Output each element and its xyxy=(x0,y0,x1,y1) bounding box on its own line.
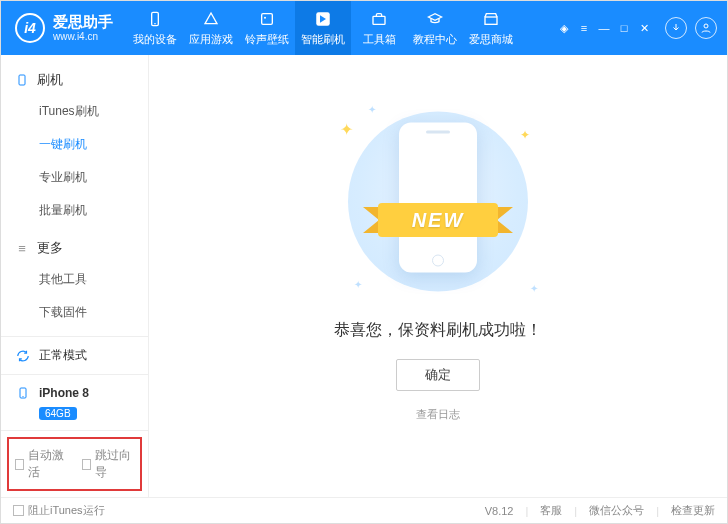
tab-label: 我的设备 xyxy=(133,32,177,47)
skin-icon[interactable]: ◈ xyxy=(557,21,571,35)
checkbox-label: 阻止iTunes运行 xyxy=(28,503,105,518)
user-icon[interactable] xyxy=(695,17,717,39)
toolbox-icon xyxy=(369,10,389,28)
checkbox-icon xyxy=(82,459,91,470)
sidebar-item-download-firmware[interactable]: 下载固件 xyxy=(1,296,148,329)
brand: i4 爱思助手 www.i4.cn xyxy=(1,13,127,43)
tab-label: 智能刷机 xyxy=(301,32,345,47)
store-icon xyxy=(481,10,501,28)
storage-badge: 64GB xyxy=(39,407,77,420)
sidebar-item-advanced[interactable]: 高级功能 xyxy=(1,329,148,336)
maximize-button[interactable]: □ xyxy=(617,21,631,35)
check-update-link[interactable]: 检查更新 xyxy=(671,503,715,518)
view-log-link[interactable]: 查看日志 xyxy=(416,407,460,422)
window-controls: ◈ ≡ ― □ ✕ xyxy=(557,21,651,35)
download-icon[interactable] xyxy=(665,17,687,39)
sparkle-icon: ✦ xyxy=(520,128,530,142)
sidebar-item-batch-flash[interactable]: 批量刷机 xyxy=(1,194,148,227)
close-button[interactable]: ✕ xyxy=(637,21,651,35)
svg-rect-6 xyxy=(485,17,497,24)
device-icon xyxy=(15,385,31,401)
sparkle-icon: ✦ xyxy=(340,120,353,139)
minimize-button[interactable]: ― xyxy=(597,21,611,35)
brand-name: 爱思助手 xyxy=(53,14,113,31)
ribbon-text: NEW xyxy=(412,209,465,232)
tab-label: 工具箱 xyxy=(363,32,396,47)
tutorial-icon xyxy=(425,10,445,28)
checkbox-label: 跳过向导 xyxy=(95,447,134,481)
svg-rect-2 xyxy=(262,13,273,24)
tab-store[interactable]: 爱思商城 xyxy=(463,1,519,55)
status-bar: 阻止iTunes运行 V8.12 | 客服 | 微信公众号 | 检查更新 xyxy=(1,497,727,523)
sidebar-group-title: 刷机 xyxy=(37,71,63,89)
skip-guide-checkbox[interactable]: 跳过向导 xyxy=(82,447,135,481)
top-tabs: 我的设备 应用游戏 铃声壁纸 智能刷机 工具箱 教程中心 爱思商城 xyxy=(127,1,519,55)
sidebar-item-oneclick-flash[interactable]: 一键刷机 xyxy=(1,128,148,161)
device-row[interactable]: iPhone 8 64GB xyxy=(1,375,148,431)
tab-flash[interactable]: 智能刷机 xyxy=(295,1,351,55)
tab-label: 爱思商城 xyxy=(469,32,513,47)
refresh-icon xyxy=(15,349,31,363)
version-label: V8.12 xyxy=(485,505,514,517)
flash-icon xyxy=(313,10,333,28)
success-message: 恭喜您，保资料刷机成功啦！ xyxy=(334,320,542,341)
sidebar-group-title: 更多 xyxy=(37,239,63,257)
svg-point-3 xyxy=(264,16,266,18)
success-illustration: ✦ ✦ ✦ ✦ ✦ NEW xyxy=(328,110,548,300)
checkbox-icon xyxy=(15,459,24,470)
more-icon: ≡ xyxy=(15,241,29,256)
main-content: ✦ ✦ ✦ ✦ ✦ NEW 恭喜您，保资料刷机成功啦！ 确定 查看日志 xyxy=(149,55,727,497)
block-itunes-checkbox[interactable]: 阻止iTunes运行 xyxy=(13,503,105,518)
checkbox-icon xyxy=(13,505,24,516)
new-ribbon: NEW xyxy=(363,197,513,243)
device-name: iPhone 8 xyxy=(39,386,89,400)
sidebar-group-more: ≡ 更多 xyxy=(1,233,148,263)
sparkle-icon: ✦ xyxy=(354,279,362,290)
tab-tutorials[interactable]: 教程中心 xyxy=(407,1,463,55)
header-right: ◈ ≡ ― □ ✕ xyxy=(557,17,727,39)
checkbox-label: 自动激活 xyxy=(28,447,67,481)
svg-point-7 xyxy=(704,24,708,28)
sidebar: 刷机 iTunes刷机 一键刷机 专业刷机 批量刷机 ≡ 更多 其他工具 下载固… xyxy=(1,55,149,497)
ok-button[interactable]: 确定 xyxy=(396,359,480,391)
flash-options-box: 自动激活 跳过向导 xyxy=(7,437,142,491)
auto-activate-checkbox[interactable]: 自动激活 xyxy=(15,447,68,481)
sidebar-item-itunes-flash[interactable]: iTunes刷机 xyxy=(1,95,148,128)
device-icon xyxy=(145,10,165,28)
wechat-link[interactable]: 微信公众号 xyxy=(589,503,644,518)
mode-label: 正常模式 xyxy=(39,347,87,364)
tab-my-device[interactable]: 我的设备 xyxy=(127,1,183,55)
brand-url: www.i4.cn xyxy=(53,31,113,42)
sidebar-group-flash: 刷机 xyxy=(1,65,148,95)
sidebar-item-pro-flash[interactable]: 专业刷机 xyxy=(1,161,148,194)
wallpaper-icon xyxy=(257,10,277,28)
sparkle-icon: ✦ xyxy=(530,283,538,294)
svg-rect-5 xyxy=(373,16,385,24)
svg-rect-8 xyxy=(19,75,25,85)
tab-label: 应用游戏 xyxy=(189,32,233,47)
menu-icon[interactable]: ≡ xyxy=(577,21,591,35)
tab-apps[interactable]: 应用游戏 xyxy=(183,1,239,55)
support-link[interactable]: 客服 xyxy=(540,503,562,518)
app-header: i4 爱思助手 www.i4.cn 我的设备 应用游戏 铃声壁纸 智能刷机 工具… xyxy=(1,1,727,55)
mode-row[interactable]: 正常模式 xyxy=(1,337,148,375)
tab-label: 教程中心 xyxy=(413,32,457,47)
apps-icon xyxy=(201,10,221,28)
tab-toolbox[interactable]: 工具箱 xyxy=(351,1,407,55)
phone-icon xyxy=(15,73,29,87)
sidebar-item-other-tools[interactable]: 其他工具 xyxy=(1,263,148,296)
brand-logo-icon: i4 xyxy=(15,13,45,43)
tab-label: 铃声壁纸 xyxy=(245,32,289,47)
tab-ringtones[interactable]: 铃声壁纸 xyxy=(239,1,295,55)
sparkle-icon: ✦ xyxy=(368,104,376,115)
